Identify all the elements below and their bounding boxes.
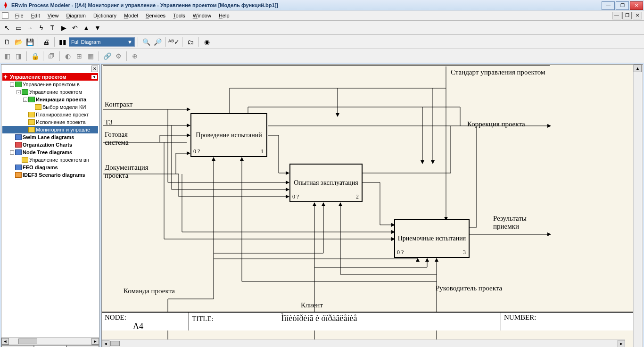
tree-item[interactable]: Мониторинг и управле (2, 126, 98, 133)
tree-item[interactable]: IDEF3 Scenario diagrams (2, 171, 98, 179)
model-explorer-button[interactable]: 🗂 (185, 37, 196, 47)
diagram-canvas[interactable]: Стандарт управления проектом Контракт ТЗ… (102, 65, 634, 347)
zoom-value: Full Diagram (71, 39, 100, 45)
spellcheck-button[interactable]: ᴬᴮ✓ (169, 37, 179, 47)
svg-marker-31 (286, 195, 289, 198)
down-tool[interactable]: ▼ (92, 23, 103, 33)
svc-btn-5[interactable]: ◐ (63, 51, 73, 61)
minimize-button[interactable]: — (602, 1, 615, 10)
menu-tools[interactable]: Tools (169, 12, 189, 19)
svg-marker-63 (416, 258, 420, 262)
save-button[interactable]: 💾 (25, 37, 35, 47)
mdi-close-button[interactable]: ✕ (633, 12, 642, 19)
svc-btn-8[interactable]: 🔗 (102, 51, 112, 61)
tree-item[interactable]: -Управление проектом (2, 88, 98, 96)
zoom-in-button[interactable]: 🔍 (141, 37, 151, 47)
main-area: ✕ ✦ Управление проектом ▾ -Управление пр… (0, 63, 644, 347)
tree-item[interactable]: -Управление проектом в (2, 81, 98, 88)
window-title: ERwin Process Modeler - [(A4) Мониторинг… (11, 2, 602, 8)
svc-btn-4[interactable]: 🗊 (46, 51, 57, 61)
tree-item[interactable]: Управление проектом вн (2, 156, 98, 164)
label-out-results: Результаты приемки (493, 215, 540, 231)
tree-item[interactable]: -Node Tree diagrams (2, 149, 98, 156)
label-input-contract: Контракт (105, 100, 132, 108)
tree-item[interactable]: Swim Lane diagrams (2, 133, 98, 141)
up-tool[interactable]: ▲ (81, 23, 91, 33)
close-button[interactable]: ✕ (630, 1, 643, 10)
activity-box-1[interactable]: Проведение испытаний 0 ? 1 (190, 113, 267, 157)
model-explorer: ✕ ✦ Управление проектом ▾ -Управление пр… (1, 64, 99, 347)
menu-view[interactable]: View (44, 12, 63, 19)
new-button[interactable]: 🗋 (2, 37, 12, 47)
tree-item[interactable]: Планирование проект (2, 111, 98, 118)
properties-button[interactable]: ◉ (202, 37, 212, 47)
tree-item[interactable]: FEO diagrams (2, 164, 98, 171)
menu-help[interactable]: Help (215, 12, 233, 19)
toolbar-drawing: ↖ ▭ → ϟ T ▶ ↶ ▲ ▼ (0, 21, 644, 35)
svg-marker-14 (187, 124, 190, 127)
squiggle-tool[interactable]: ϟ (36, 23, 46, 33)
app-icon (2, 1, 9, 9)
svc-btn-2[interactable]: ◨ (13, 51, 24, 61)
diagram-tree[interactable]: ✦ Управление проектом ▾ -Управление прое… (1, 72, 99, 337)
side-tabs: Acti… Diag… Obj… (1, 345, 99, 347)
report-button[interactable]: ▮▮ (58, 37, 68, 47)
activity-box-2[interactable]: Опытная эксплуатация 0 ? 2 (289, 164, 363, 202)
tree-item[interactable]: Исполнение проекта (2, 118, 98, 126)
svg-marker-43 (547, 124, 551, 128)
print-button[interactable]: 🖨 (41, 37, 51, 47)
maximize-button[interactable]: ❐ (616, 1, 629, 10)
arrow-tool[interactable]: → (25, 23, 35, 33)
toolbar-services: ◧ ◨ 🔒 🗊 ◐ ⊞ ▦ 🔗 ⚙ ⊕ (0, 49, 644, 63)
mdi-restore-button[interactable]: ❐ (622, 12, 632, 19)
svc-btn-10[interactable]: ⊕ (130, 51, 140, 61)
footer-number-label: NUMBER: (504, 314, 536, 321)
tab-objects[interactable]: Obj… (66, 345, 99, 347)
activity-box-3[interactable]: Приемочные испытания 0 ? 3 (394, 219, 470, 258)
tab-activities[interactable]: Acti… (1, 345, 34, 347)
menu-services[interactable]: Services (142, 12, 169, 19)
mdi-restore-icon[interactable] (2, 12, 8, 19)
footer-title-value: Ìîíèòîðèíã è óïðàâëåíèå (281, 314, 357, 323)
zoom-combo[interactable]: Full Diagram ▼ (69, 37, 135, 47)
menu-window[interactable]: Window (189, 12, 215, 19)
go-parent-tool[interactable]: ▶ (58, 23, 69, 33)
menu-dictionary[interactable]: Dictionary (90, 12, 120, 19)
tree-hscroll[interactable]: ◄► (1, 337, 99, 345)
label-mech-boss: Руководитель проекта (436, 284, 502, 292)
svc-btn-6[interactable]: ⊞ (74, 51, 84, 61)
svg-marker-28 (286, 188, 289, 191)
pointer-tool[interactable]: ↖ (2, 23, 12, 33)
svg-marker-25 (286, 181, 289, 184)
tab-diagrams[interactable]: Diag… (34, 345, 66, 347)
svg-marker-51 (547, 232, 551, 236)
svc-btn-1[interactable]: ◧ (2, 51, 12, 61)
tree-root-label: Управление проектом (10, 74, 91, 80)
menu-model[interactable]: Model (120, 12, 142, 19)
label-out-correction: Коррекция проекта (467, 120, 525, 128)
text-tool[interactable]: T (47, 23, 58, 33)
activity-tool[interactable]: ▭ (13, 23, 24, 33)
svc-btn-9[interactable]: ⚙ (113, 51, 124, 61)
svg-marker-18 (187, 133, 190, 137)
undo-tool[interactable]: ↶ (70, 23, 80, 33)
tree-item[interactable]: Organization Charts (2, 141, 98, 149)
panel-close-button[interactable]: ✕ (91, 66, 98, 72)
svg-marker-65 (313, 202, 316, 206)
open-button[interactable]: 📂 (13, 37, 24, 47)
canvas-vscroll[interactable]: ▲▼ (634, 65, 642, 347)
mdi-minimize-button[interactable]: — (612, 12, 621, 19)
svc-btn-3[interactable]: 🔒 (30, 51, 40, 61)
svc-btn-7[interactable]: ▦ (85, 51, 96, 61)
footer-title-label: TITLE: (192, 315, 214, 322)
canvas-hscroll[interactable]: ◄► (102, 339, 625, 347)
svg-marker-73 (339, 202, 342, 206)
menu-edit[interactable]: Edit (27, 12, 44, 19)
label-input-tz: ТЗ (105, 118, 113, 126)
tree-item[interactable]: Выбор модели КИ (2, 103, 98, 111)
tree-item[interactable]: -Инициация проекта (2, 96, 98, 103)
zoom-out-button[interactable]: 🔎 (152, 37, 163, 47)
svg-marker-6 (431, 160, 435, 164)
menu-diagram[interactable]: Diagram (62, 12, 90, 19)
menu-file[interactable]: File (11, 12, 27, 19)
